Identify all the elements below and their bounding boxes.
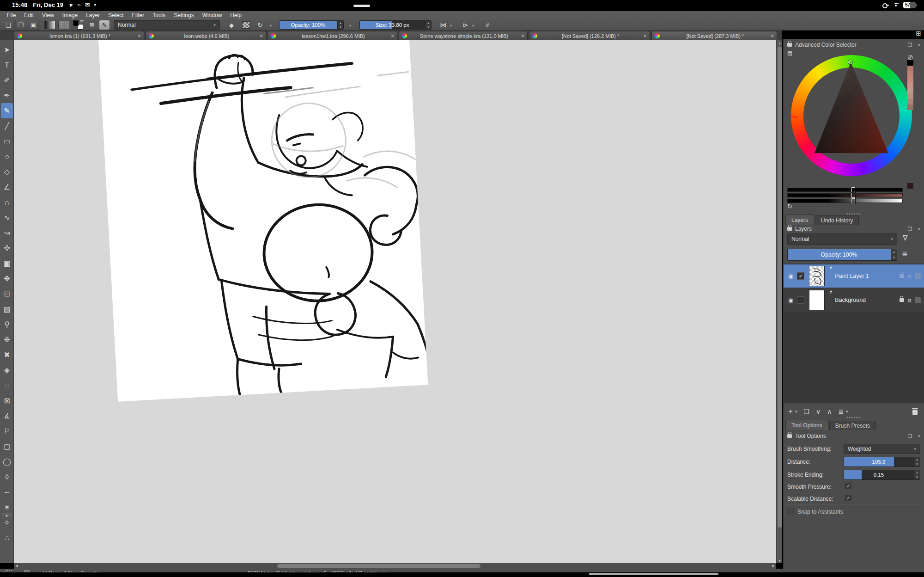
document-tab[interactable]: leon.webp (4.6 MiB)× [146, 31, 266, 40]
document-tab[interactable]: lemon.kra (1) (631.3 MiB) *× [14, 31, 144, 40]
document-tab[interactable]: [Not Saved] (126.2 MiB) *× [529, 31, 650, 40]
eraser-mode-icon[interactable]: ◆ [226, 20, 237, 30]
vertical-scrollbar[interactable]: ▲ ▼ [776, 40, 782, 563]
bezier-selection-tool[interactable]: ∴ [0, 530, 14, 546]
menu-help[interactable]: Help [226, 12, 246, 18]
chevron-down-icon[interactable]: ▾ [349, 24, 351, 28]
tab-close-icon[interactable]: × [771, 33, 774, 39]
docker-lock-icon[interactable] [787, 434, 792, 438]
brush-editor-button[interactable]: ✎ [99, 20, 110, 30]
fg-bg-color-chooser[interactable]: ⇄ [73, 20, 83, 30]
scroll-left-icon[interactable]: ◀ [14, 563, 19, 569]
gradient-chooser[interactable] [44, 21, 55, 29]
stroke-ending-spin-buttons[interactable]: ▲▼ [914, 470, 920, 479]
layer-opacity-slider[interactable]: Opacity: 100% ▲▼ [787, 249, 897, 261]
color-history-swatch[interactable] [907, 82, 913, 88]
tab-undo-history[interactable]: Undo History [815, 215, 859, 225]
freehand-brush-tool[interactable]: ✎ [1, 103, 13, 118]
inherit-alpha-icon[interactable] [915, 297, 921, 303]
close-docker-icon[interactable]: × [918, 433, 921, 439]
blending-mode-dropdown[interactable]: Normal ▾ [114, 20, 220, 30]
float-docker-icon[interactable]: ❐ [908, 226, 912, 232]
layer-row-background[interactable]: ◉ ✓ ↰ Background α [784, 288, 924, 312]
swap-colors-icon[interactable]: ⇄ [80, 19, 84, 24]
document-tab[interactable]: [Not Saved] (287.3 MiB) *× [651, 31, 777, 40]
shade-slider-2[interactable] [787, 193, 903, 197]
color-history-swatch[interactable] [907, 183, 913, 189]
color-history-swatch[interactable] [907, 77, 913, 82]
new-document-button[interactable]: ❏ [3, 20, 14, 30]
horizontal-scrollbar-thumb[interactable] [277, 564, 480, 568]
multibrush-tool[interactable]: ✣ [0, 240, 14, 256]
move-tool[interactable]: ✥ [0, 271, 14, 286]
color-wheel[interactable] [791, 55, 912, 176]
shade-slider-3-handle[interactable] [851, 198, 855, 203]
line-tool[interactable]: ╱ [0, 118, 14, 134]
menu-layer[interactable]: Layer [82, 12, 104, 18]
tab-close-icon[interactable]: × [260, 33, 263, 39]
vertical-scrollbar-thumb[interactable] [778, 47, 782, 528]
ellipse-tool[interactable]: ○ [0, 149, 14, 164]
layer-alpha-icon[interactable]: α [908, 297, 911, 304]
inherit-alpha-icon[interactable] [915, 273, 921, 279]
reference-images-tool[interactable]: ⚐ [0, 424, 14, 439]
chevron-down-icon[interactable]: ▾ [270, 24, 272, 28]
zoom-slider[interactable] [589, 573, 718, 575]
duplicate-layer-button[interactable]: ❏ [803, 408, 809, 415]
layer-name[interactable]: Background [835, 297, 899, 303]
preserve-alpha-icon[interactable] [242, 21, 250, 29]
refresh-colors-icon[interactable]: ↻ [787, 203, 792, 210]
canvas-viewport[interactable] [14, 40, 776, 563]
layer-thumbnail[interactable] [809, 266, 825, 286]
color-history-swatch[interactable] [907, 55, 913, 60]
stroke-ending-slider[interactable]: 0.15 ▲▼ [844, 470, 920, 480]
color-history-swatch[interactable] [907, 71, 913, 77]
menu-file[interactable]: File [3, 12, 20, 18]
layer-blending-mode-dropdown[interactable]: Normal ▾ [787, 233, 897, 245]
layer-list-menu-icon[interactable]: ≣ [902, 250, 908, 258]
layer-properties-button[interactable]: ≣ [839, 408, 844, 415]
document-tab[interactable]: Stone waystone simple.kra (131.0 MiB)× [399, 31, 528, 40]
docker-lock-icon[interactable] [787, 227, 792, 231]
move-layer-up-button[interactable]: ∧ [827, 408, 832, 415]
horizontal-scrollbar[interactable]: ◀ ▶ [14, 563, 776, 569]
menu-edit[interactable]: Edit [20, 12, 38, 18]
brush-smoothing-dropdown[interactable]: Weighted ▾ [844, 444, 920, 454]
shade-slider-3[interactable] [787, 199, 903, 203]
text-tool[interactable]: T [0, 57, 14, 73]
tab-layers[interactable]: Layers [785, 215, 814, 225]
mirror-horizontal-icon[interactable]: ⋈ [438, 20, 448, 30]
edit-shapes-tool[interactable]: ✐ [0, 73, 14, 88]
tab-brush-presets[interactable]: Brush Presets [829, 421, 876, 430]
menu-settings[interactable]: Settings [170, 12, 198, 18]
distance-spin-buttons[interactable]: ▲▼ [914, 457, 920, 467]
color-cursor[interactable] [848, 60, 852, 64]
color-history-swatch[interactable] [907, 88, 913, 93]
snap-to-assistants-checkbox[interactable] [787, 508, 794, 514]
brush-presets-icon[interactable]: ≣ [87, 20, 97, 30]
size-spin-buttons[interactable]: ▲▼ [425, 21, 431, 29]
pattern-chooser[interactable] [58, 21, 69, 29]
menu-view[interactable]: View [38, 12, 58, 18]
layer-filter-icon[interactable]: ∇ [903, 233, 908, 242]
elliptical-selection-tool[interactable]: ◯ [0, 454, 14, 469]
smart-patch-tool[interactable]: ✖ [0, 347, 14, 362]
chevron-down-icon[interactable]: ▾ [795, 409, 797, 414]
tab-tool-options[interactable]: Tool Options [785, 420, 828, 430]
menu-filter[interactable]: Filter [128, 12, 149, 18]
layer-checkbox[interactable]: ✓ [797, 272, 804, 280]
workspace-chooser-icon[interactable]: ⊞ [916, 30, 921, 37]
polygon-tool[interactable]: ◇ [0, 164, 14, 179]
trim-canvas-icon[interactable]: # [482, 20, 492, 30]
color-history-swatch[interactable] [907, 93, 913, 99]
opacity-spin-buttons[interactable]: ▲▼ [337, 21, 343, 29]
gradient-tool[interactable]: ▧ [0, 301, 14, 317]
shade-slider-1[interactable] [787, 188, 903, 192]
foreground-color-swatch[interactable] [73, 20, 79, 26]
tab-close-icon[interactable]: × [521, 33, 524, 39]
menu-window[interactable]: Window [198, 12, 226, 18]
layer-thumbnail[interactable] [809, 290, 825, 310]
color-history-swatch[interactable] [907, 66, 913, 71]
tab-close-icon[interactable]: × [391, 33, 394, 39]
canvas-paper[interactable] [95, 40, 428, 402]
